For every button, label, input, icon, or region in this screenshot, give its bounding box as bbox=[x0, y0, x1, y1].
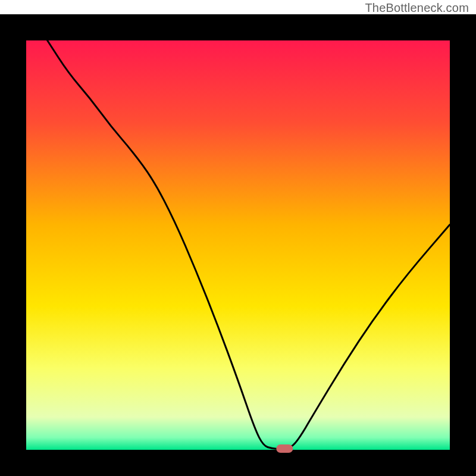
svg-rect-1 bbox=[26, 40, 450, 450]
chart-svg bbox=[0, 0, 476, 476]
optimum-marker bbox=[276, 444, 293, 453]
bottleneck-chart: TheBottleneck.com bbox=[0, 0, 476, 476]
watermark-text: TheBottleneck.com bbox=[365, 1, 469, 15]
